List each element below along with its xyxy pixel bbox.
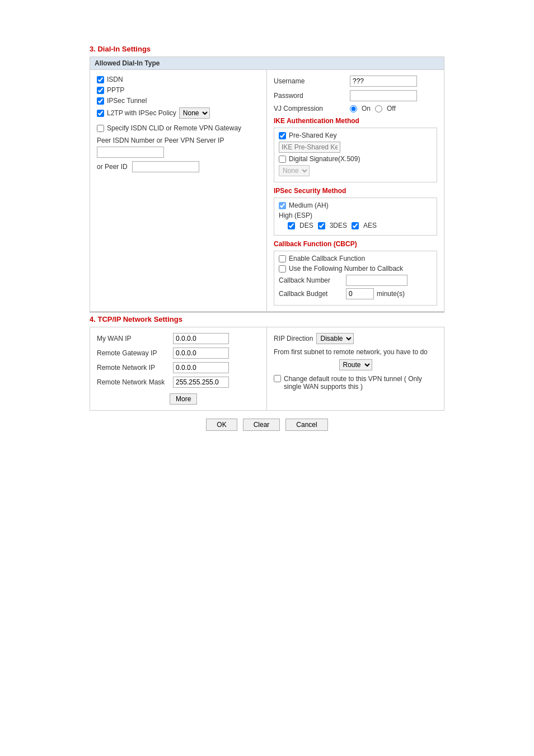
digital-select-row: None <box>279 165 432 176</box>
tcpip-right-col: RIP Direction Disable TX RX Both From fi… <box>267 327 444 410</box>
medium-ah-label: Medium (AH) <box>289 201 329 209</box>
callback-number-label: Callback Number <box>279 276 343 284</box>
change-default-label: Change default route to this VPN tunnel … <box>284 375 437 391</box>
from-first-subnet-text: From first subnet to remote network, you… <box>274 348 437 357</box>
callback-budget-row: Callback Budget minute(s) <box>279 288 432 299</box>
password-input[interactable] <box>350 90 417 101</box>
remote-network-mask-label: Remote Network Mask <box>97 378 170 386</box>
tcpip-left-col: My WAN IP Remote Gateway IP Remote Netwo… <box>90 327 267 410</box>
cancel-button[interactable]: Cancel <box>285 419 327 431</box>
vj-off-radio[interactable] <box>375 105 382 112</box>
3des-checkbox[interactable] <box>318 222 325 229</box>
my-wan-ip-row: My WAN IP <box>97 333 260 344</box>
ike-preshared-input[interactable] <box>279 142 340 153</box>
remote-gateway-input[interactable] <box>173 348 229 359</box>
high-esp-label: High (ESP) <box>279 212 312 219</box>
vj-radio-group: On Off <box>350 105 396 112</box>
remote-network-mask-row: Remote Network Mask <box>97 377 260 388</box>
use-following-row: Use the Following Number to Callback <box>279 265 432 273</box>
pptp-label: PPTP <box>107 86 124 94</box>
ike-section-title: IKE Authentication Method <box>274 117 437 125</box>
3des-label: 3DES <box>330 222 347 229</box>
ike-preshared-input-row <box>279 142 432 153</box>
esp-options-row: DES 3DES AES <box>279 222 432 229</box>
isdn-row: ISDN <box>97 76 260 83</box>
peer-id-row: or Peer ID <box>97 161 260 172</box>
my-wan-ip-label: My WAN IP <box>97 335 170 342</box>
des-label: DES <box>299 222 313 229</box>
l2tp-checkbox[interactable] <box>97 110 104 117</box>
username-label: Username <box>274 77 346 85</box>
password-label: Password <box>274 92 346 100</box>
peer-isdn-label: Peer ISDN Number or Peer VPN Server IP <box>97 137 260 144</box>
preshared-checkbox[interactable] <box>279 132 286 139</box>
callback-budget-unit: minute(s) <box>377 290 405 298</box>
more-button[interactable]: More <box>170 393 197 405</box>
l2tp-label: L2TP with IPSec Policy <box>107 109 176 117</box>
enable-callback-row: Enable Callback Function <box>279 255 432 262</box>
digital-sig-checkbox[interactable] <box>279 156 286 163</box>
medium-ah-row: Medium (AH) <box>279 201 432 209</box>
isdn-label: ISDN <box>107 76 123 83</box>
route-select[interactable]: Route NAT <box>339 359 372 370</box>
ok-button[interactable]: OK <box>206 419 237 431</box>
remote-network-ip-label: Remote Network IP <box>97 364 170 372</box>
pptp-row: PPTP <box>97 86 260 94</box>
vj-label: VJ Compression <box>274 105 346 112</box>
digital-sig-select[interactable]: None <box>279 165 310 176</box>
callback-budget-input[interactable] <box>346 288 374 299</box>
dial-in-panel: Allowed Dial-In Type ISDN PPTP IPSec <box>90 57 444 312</box>
dial-in-panel-header: Allowed Dial-In Type <box>90 57 444 70</box>
change-default-row: Change default route to this VPN tunnel … <box>274 375 437 391</box>
callback-number-input[interactable] <box>346 275 407 286</box>
digital-sig-label: Digital Signature(X.509) <box>289 155 360 163</box>
ipsec-tunnel-row: IPSec Tunnel <box>97 97 260 105</box>
dial-in-panel-body: ISDN PPTP IPSec Tunnel L2TP with IPSec P… <box>90 70 444 312</box>
ipsec-tunnel-checkbox[interactable] <box>97 97 104 105</box>
rip-direction-select[interactable]: Disable TX RX Both <box>316 333 354 344</box>
aes-label: AES <box>363 222 377 229</box>
peer-isdn-input[interactable] <box>97 147 164 158</box>
button-row: OK Clear Cancel <box>90 411 444 439</box>
username-row: Username <box>274 76 437 87</box>
tcpip-body: My WAN IP Remote Gateway IP Remote Netwo… <box>90 327 444 410</box>
callback-section-title: Callback Function (CBCP) <box>274 240 437 248</box>
section3-title: 3. Dial-In Settings <box>90 45 444 53</box>
callback-budget-label: Callback Budget <box>279 290 343 298</box>
specify-isdn-label: Specify ISDN CLID or Remote VPN Gateway <box>107 124 241 132</box>
enable-callback-label: Enable Callback Function <box>289 255 365 262</box>
peer-id-input[interactable] <box>132 161 199 172</box>
l2tp-row: L2TP with IPSec Policy None <box>97 107 260 119</box>
change-default-checkbox[interactable] <box>274 375 281 382</box>
vj-on-radio[interactable] <box>350 105 357 112</box>
remote-network-ip-row: Remote Network IP <box>97 362 260 373</box>
section4-title: 4. TCP/IP Network Settings <box>90 312 444 323</box>
l2tp-policy-select[interactable]: None <box>179 107 210 119</box>
enable-callback-checkbox[interactable] <box>279 255 286 262</box>
vj-off-label: Off <box>387 105 396 112</box>
vj-compression-row: VJ Compression On Off <box>274 105 437 112</box>
rip-direction-label: RIP Direction <box>274 335 313 342</box>
des-checkbox[interactable] <box>288 222 295 229</box>
callback-box: Enable Callback Function Use the Followi… <box>274 251 437 306</box>
preshared-row: Pre-Shared Key <box>279 132 432 139</box>
medium-ah-checkbox[interactable] <box>279 202 286 209</box>
aes-checkbox[interactable] <box>352 222 359 229</box>
dial-in-left-col: ISDN PPTP IPSec Tunnel L2TP with IPSec P… <box>90 70 267 311</box>
use-following-label: Use the Following Number to Callback <box>289 265 403 273</box>
password-row: Password <box>274 90 437 101</box>
ipsec-tunnel-label: IPSec Tunnel <box>107 97 147 105</box>
remote-network-ip-input[interactable] <box>173 362 229 373</box>
tcpip-panel: My WAN IP Remote Gateway IP Remote Netwo… <box>90 327 444 411</box>
specify-isdn-checkbox[interactable] <box>97 125 104 132</box>
pptp-checkbox[interactable] <box>97 87 104 94</box>
isdn-checkbox[interactable] <box>97 76 104 83</box>
peer-section: Peer ISDN Number or Peer VPN Server IP <box>97 137 260 158</box>
rip-direction-row: RIP Direction Disable TX RX Both <box>274 333 437 344</box>
my-wan-ip-input[interactable] <box>173 333 229 344</box>
remote-network-mask-input[interactable] <box>173 377 229 388</box>
callback-number-row: Callback Number <box>279 275 432 286</box>
username-input[interactable] <box>350 76 417 87</box>
clear-button[interactable]: Clear <box>243 419 280 431</box>
use-following-checkbox[interactable] <box>279 265 286 273</box>
